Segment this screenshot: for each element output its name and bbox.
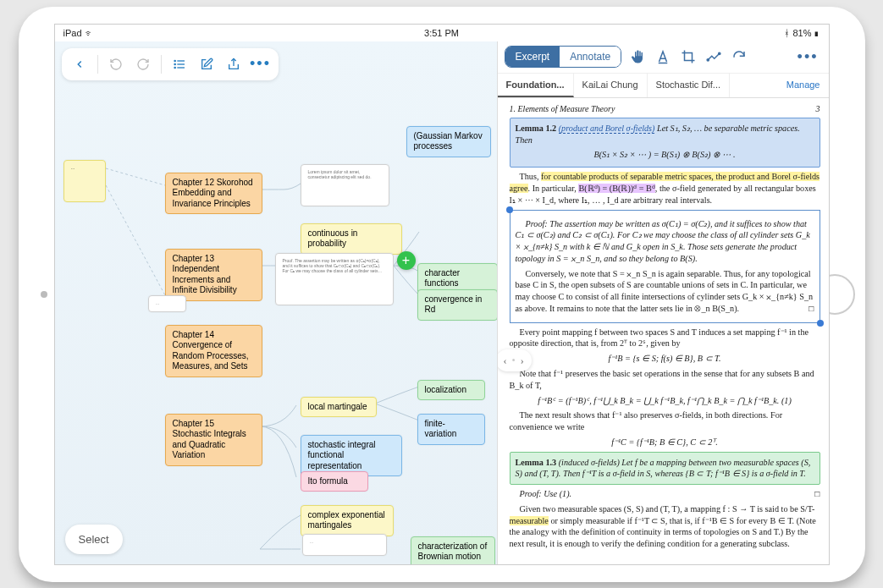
svg-point-10: [707, 59, 709, 61]
doc-pane: Excerpt Annotate ••• Foundation... KaiLa…: [497, 41, 829, 564]
tab-stochastic[interactable]: Stochastic Dif...: [648, 74, 730, 97]
document-view[interactable]: 1. Elements of Measure Theory3 Lemma 1.2…: [498, 98, 829, 564]
select-button[interactable]: Select: [65, 525, 123, 554]
tab-kailai[interactable]: KaiLai Chung: [574, 74, 648, 97]
seg-annotate[interactable]: Annotate: [560, 47, 621, 67]
refresh-icon[interactable]: [730, 47, 748, 66]
more-button[interactable]: •••: [248, 52, 273, 77]
page-heading: 1. Elements of Measure Theory3: [510, 103, 820, 115]
node-char-brown[interactable]: characterization of Brownian motion: [411, 536, 495, 564]
undo-button[interactable]: [103, 52, 129, 77]
node-ch13[interactable]: Chapter 13 Independent Increments and In…: [165, 249, 262, 301]
note-complex[interactable]: …: [302, 534, 387, 556]
lemma-1-2[interactable]: Lemma 1.2 (product and Borel σ-fields) L…: [510, 118, 820, 168]
para-next: The next result shows that f⁻¹ also pres…: [510, 409, 820, 433]
node-stoch-int[interactable]: stochastic integral functional represent…: [301, 435, 402, 477]
outline-button[interactable]: [167, 52, 192, 77]
root-note[interactable]: …: [63, 160, 106, 202]
add-node-button[interactable]: +: [397, 251, 416, 270]
formula-map: f⁻¹B = {s ∈ S; f(s) ∈ B}, B ⊂ T.: [510, 353, 820, 365]
status-bar: iPad ᯤ 3:51 PM ᚼ 81% ▮: [55, 25, 829, 41]
node-gaussian[interactable]: (Gaussian Markov processes: [406, 126, 491, 157]
note-ch12[interactable]: Lorem ipsum dolor sit amet, consectetur …: [301, 164, 389, 206]
node-conv-rd[interactable]: convergence in Rd: [417, 289, 497, 321]
doc-tabs: Foundation... KaiLai Chung Stochastic Di…: [498, 74, 829, 98]
para-after-lemma12: Thus, for countable products of separabl…: [510, 171, 820, 206]
tab-manage[interactable]: Manage: [778, 74, 829, 97]
proof-13: Proof: Use (1).□: [510, 488, 820, 500]
formula-ops: f⁻¹Bᶜ = (f⁻¹B)ᶜ, f⁻¹⋃_k B_k = ⋃_k f⁻¹B_k…: [510, 395, 820, 407]
lemma-1-3[interactable]: Lemma 1.3 (induced σ-fields) Let f be a …: [510, 452, 820, 486]
formula-conv: f⁻¹C = {f⁻¹B; B ∈ C}, C ⊂ 2ᵀ.: [510, 437, 820, 448]
svg-point-5: [174, 67, 175, 68]
node-localization[interactable]: localization: [417, 380, 485, 401]
hand-icon[interactable]: [628, 47, 647, 66]
edit-button[interactable]: [194, 52, 219, 77]
selection-handle-br[interactable]: [817, 320, 824, 327]
right-toolbar: Excerpt Annotate •••: [498, 41, 829, 74]
right-more-button[interactable]: •••: [794, 48, 822, 66]
para-final: Given two measurable spaces (S, S) and (…: [510, 503, 820, 550]
svg-line-8: [106, 185, 165, 295]
share-button[interactable]: [221, 52, 246, 77]
para-preserve: Note that f⁻¹ preserves the basic set op…: [510, 368, 820, 392]
proof-box-selected[interactable]: Proof: The assertion may be written as σ…: [510, 210, 820, 323]
selection-handle-tl[interactable]: [506, 206, 513, 213]
page-nav: ‹ • ›: [498, 349, 532, 371]
prev-page[interactable]: ‹: [504, 354, 507, 367]
tab-foundation[interactable]: Foundation...: [498, 74, 574, 97]
mode-segment: Excerpt Annotate: [505, 46, 622, 68]
bluetooth-icon: ᚼ: [784, 28, 790, 38]
node-finite-var[interactable]: finite-variation: [417, 414, 485, 445]
note-small1[interactable]: …: [148, 295, 186, 312]
svg-point-4: [174, 63, 175, 64]
node-complex-exp[interactable]: complex exponential martingales: [301, 505, 394, 536]
left-toolbar: •••: [62, 48, 279, 80]
node-ch12[interactable]: Chapter 12 Skorohod Embedding and Invari…: [165, 173, 262, 215]
svg-point-3: [174, 60, 175, 61]
text-style-icon[interactable]: [654, 47, 672, 66]
node-local-mart[interactable]: local martingale: [301, 397, 377, 418]
redo-button[interactable]: [130, 52, 156, 77]
node-cont-prob[interactable]: continuous in probability: [301, 223, 402, 255]
next-page[interactable]: ›: [521, 354, 524, 367]
svg-point-11: [719, 52, 720, 54]
crop-icon[interactable]: [679, 47, 698, 66]
clock: 3:51 PM: [424, 28, 459, 38]
wifi-icon: ᯤ: [85, 28, 94, 38]
lasso-icon[interactable]: [704, 47, 723, 66]
para-map: Every point mapping f between two spaces…: [510, 327, 820, 350]
note-ch13[interactable]: Proof. The assertion may be written as σ…: [275, 253, 394, 305]
node-ito[interactable]: Ito formula: [301, 471, 368, 492]
svg-line-7: [106, 168, 165, 185]
seg-excerpt[interactable]: Excerpt: [505, 47, 560, 67]
node-ch15[interactable]: Chapter 15 Stochastic Integrals and Quad…: [165, 414, 262, 466]
node-ch14[interactable]: Chapter 14 Convergence of Random Process…: [165, 325, 262, 377]
back-button[interactable]: [67, 52, 92, 77]
mindmap-pane[interactable]: •••: [55, 41, 497, 564]
